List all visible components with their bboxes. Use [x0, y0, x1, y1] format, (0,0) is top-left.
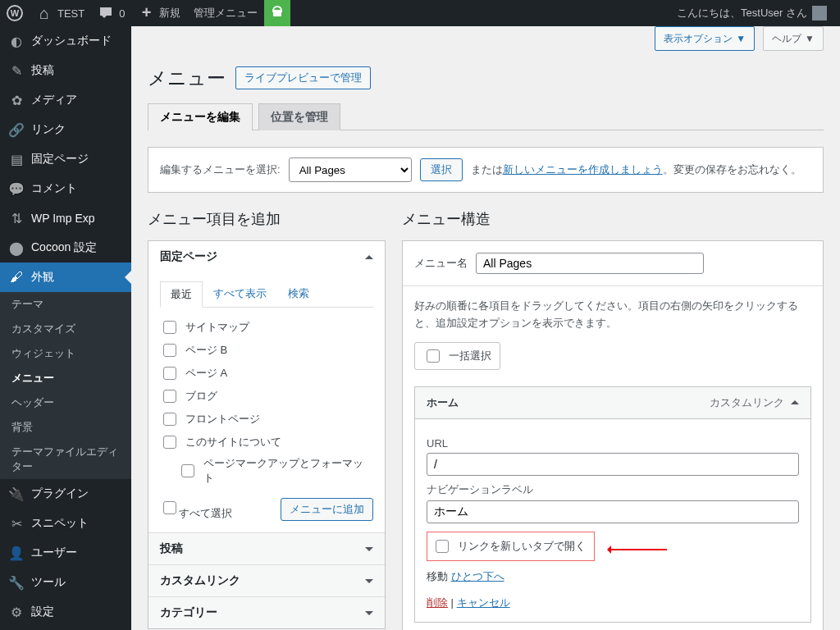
- tab-edit-menus[interactable]: メニューを編集: [148, 103, 253, 130]
- accordion-posts[interactable]: 投稿: [148, 533, 385, 564]
- url-label: URL: [427, 437, 799, 450]
- nav-label-label: ナビゲーションラベル: [427, 482, 799, 497]
- accordion-categories[interactable]: カテゴリー: [148, 597, 385, 628]
- accordion-custom-links[interactable]: カスタムリンク: [148, 565, 385, 596]
- page-check-item[interactable]: ページ B: [160, 339, 373, 362]
- sidebar-item-12[interactable]: 🔧ツール: [0, 568, 131, 597]
- sidebar-item-8[interactable]: 🖌外観: [0, 262, 131, 292]
- structure-description: 好みの順番に各項目をドラッグしてください。項目の右側の矢印をクリックすると、追加…: [414, 298, 811, 332]
- security-indicator[interactable]: [264, 0, 290, 26]
- page-check-item[interactable]: サイトマップ: [160, 316, 373, 339]
- menu-icon: 🔌: [8, 486, 25, 502]
- wp-logo[interactable]: [0, 0, 30, 26]
- select-all-pages[interactable]: すべて選択: [160, 499, 232, 521]
- menu-icon: ◐: [8, 33, 25, 49]
- new-content-link[interactable]: 新規: [131, 0, 187, 26]
- sidebar-subitem-3[interactable]: メニュー: [0, 366, 131, 390]
- sidebar-subitem-5[interactable]: 背景: [0, 415, 131, 440]
- annotation-arrow: [609, 549, 667, 550]
- menu-name-input[interactable]: [476, 253, 704, 274]
- chevron-up-icon: [791, 396, 799, 404]
- help-button[interactable]: ヘルプ▼: [763, 26, 824, 51]
- lock-icon: [264, 0, 290, 26]
- menu-icon: ✎: [8, 62, 25, 79]
- page-check-item[interactable]: フロントページ: [160, 408, 373, 431]
- pages-tab-recent[interactable]: 最近: [160, 281, 203, 308]
- delete-item-link[interactable]: 削除: [427, 596, 448, 609]
- create-menu-link[interactable]: 新しいメニューを作成しましょう: [503, 163, 663, 176]
- sidebar-item-9[interactable]: 🔌プラグイン: [0, 479, 131, 509]
- move-down-link[interactable]: ひとつ下へ: [451, 570, 504, 582]
- sidebar-item-6[interactable]: ⇅WP Imp Exp: [0, 203, 131, 233]
- sidebar-item-3[interactable]: 🔗リンク: [0, 115, 131, 144]
- pages-tab-search[interactable]: 検索: [277, 281, 320, 307]
- select-menu-button[interactable]: 選択: [420, 158, 463, 181]
- add-to-menu-button[interactable]: メニューに追加: [281, 498, 373, 521]
- wordpress-icon: [7, 5, 23, 21]
- menu-item-title: ホーム: [427, 395, 459, 410]
- sidebar-item-10[interactable]: ✂スニペット: [0, 509, 131, 538]
- comments-link[interactable]: 0: [91, 0, 131, 26]
- page-check-item[interactable]: このサイトについて: [160, 431, 373, 454]
- sidebar-subitem-4[interactable]: ヘッダー: [0, 390, 131, 415]
- site-name-link[interactable]: TEST: [30, 0, 91, 26]
- sidebar-item-4[interactable]: ▤固定ページ: [0, 144, 131, 174]
- menu-icon: ⚙: [8, 604, 25, 620]
- chevron-down-icon: [365, 547, 373, 555]
- sidebar-item-1[interactable]: ✎投稿: [0, 56, 131, 85]
- menu-item-settings: URL ナビゲーションラベル リンクを新しいタブで開く 移動 ひとつ下へ 削除 …: [414, 419, 811, 623]
- menu-icon: ✿: [8, 92, 25, 108]
- add-items-heading: メニュー項目を追加: [148, 209, 386, 229]
- cancel-item-link[interactable]: キャンセル: [457, 596, 510, 609]
- sidebar-subitem-2[interactable]: ウィジェット: [0, 341, 131, 366]
- admin-sidebar: ◐ダッシュボード✎投稿✿メディア🔗リンク▤固定ページ💬コメント⇅WP Imp E…: [0, 26, 131, 630]
- menu-icon: 🔧: [8, 574, 25, 591]
- sidebar-item-13[interactable]: ⚙設定: [0, 597, 131, 627]
- sidebar-subitem-0[interactable]: テーマ: [0, 292, 131, 317]
- menu-item-bar[interactable]: ホーム カスタムリンク: [414, 386, 811, 419]
- menu-icon: ✂: [8, 515, 25, 532]
- admin-menu-link[interactable]: 管理メニュー: [187, 0, 264, 26]
- select-menu-label: 編集するメニューを選択:: [160, 162, 281, 177]
- tab-manage-locations[interactable]: 位置を管理: [258, 103, 340, 130]
- plus-icon: [138, 5, 154, 21]
- page-title: メニュー: [148, 59, 226, 94]
- menu-structure-heading: メニュー構造: [402, 209, 824, 229]
- sidebar-item-11[interactable]: 👤ユーザー: [0, 538, 131, 568]
- home-icon: [36, 5, 52, 21]
- menu-icon: ▤: [8, 151, 25, 167]
- bulk-select-toggle[interactable]: 一括選択: [414, 342, 500, 370]
- sidebar-subitem-1[interactable]: カスタマイズ: [0, 317, 131, 341]
- screen-options-button[interactable]: 表示オプション▼: [655, 26, 755, 51]
- sidebar-item-7[interactable]: ⬤Cocoon 設定: [0, 233, 131, 262]
- chevron-down-icon: [365, 611, 373, 619]
- menu-icon: ⬤: [8, 240, 25, 256]
- sidebar-item-5[interactable]: 💬コメント: [0, 174, 131, 203]
- comment-icon: [98, 5, 114, 21]
- menu-icon: 👤: [8, 545, 25, 561]
- menu-name-label: メニュー名: [414, 256, 468, 271]
- menu-select[interactable]: All Pages: [289, 158, 412, 182]
- chevron-down-icon: [365, 579, 373, 587]
- open-new-tab-checkbox[interactable]: [436, 540, 449, 553]
- page-check-item[interactable]: ページマークアップとフォーマット: [160, 454, 373, 488]
- page-check-item[interactable]: ページ A: [160, 362, 373, 385]
- manage-menus-bar: 編集するメニューを選択: All Pages 選択 または新しいメニューを作成し…: [148, 147, 824, 193]
- pages-tab-all[interactable]: すべて表示: [203, 281, 277, 307]
- open-new-tab-field[interactable]: リンクを新しいタブで開く: [427, 532, 595, 561]
- page-check-item[interactable]: ブログ: [160, 385, 373, 408]
- avatar-icon: [812, 6, 827, 21]
- accordion-pages[interactable]: 固定ページ: [148, 241, 385, 272]
- comments-count: 0: [119, 7, 125, 20]
- sidebar-item-0[interactable]: ◐ダッシュボード: [0, 26, 131, 56]
- menu-icon: 🖌: [8, 269, 25, 285]
- menu-icon: 🔗: [8, 121, 25, 138]
- sidebar-subitem-6[interactable]: テーマファイルエディター: [0, 440, 131, 479]
- url-input[interactable]: [427, 453, 799, 476]
- nav-label-input[interactable]: [427, 500, 799, 523]
- menu-icon: ⇅: [8, 210, 25, 226]
- sidebar-item-2[interactable]: ✿メディア: [0, 85, 131, 115]
- live-preview-button[interactable]: ライブプレビューで管理: [235, 66, 371, 89]
- user-greeting[interactable]: こんにちは、TestUser さん: [670, 0, 833, 26]
- site-name: TEST: [57, 7, 84, 20]
